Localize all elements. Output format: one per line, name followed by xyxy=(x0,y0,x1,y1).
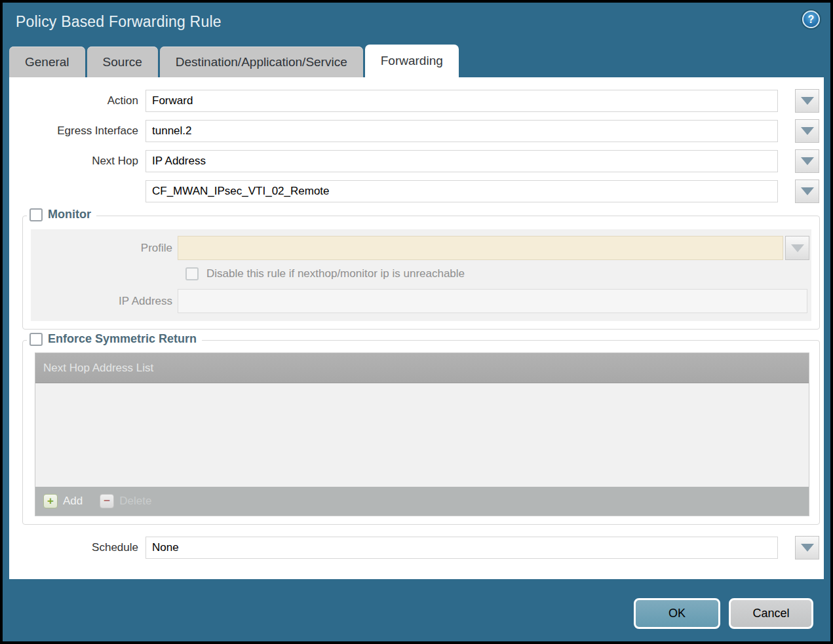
disable-rule-checkbox[interactable] xyxy=(185,267,199,280)
action-dropdown-trigger[interactable] xyxy=(795,89,819,113)
plus-icon: + xyxy=(43,494,58,508)
monitor-fieldset: Monitor Profile Disable this rule if nex… xyxy=(22,216,820,330)
next-hop-address-list-table: Next Hop Address List + Add − Delete xyxy=(35,352,809,516)
disable-rule-row: Disable this rule if nexthop/monitor ip … xyxy=(185,267,809,280)
add-button[interactable]: + Add xyxy=(43,494,83,508)
tab-forwarding[interactable]: Forwarding xyxy=(365,45,459,77)
policy-based-forwarding-dialog: Policy Based Forwarding Rule ? General S… xyxy=(3,3,830,641)
monitor-title: Monitor xyxy=(48,208,91,221)
chevron-down-icon xyxy=(801,127,814,135)
monitor-ip-address-row: IP Address xyxy=(31,289,809,313)
action-row: Action Forward xyxy=(9,90,819,112)
tab-destination-application-service[interactable]: Destination/Application/Service xyxy=(160,47,363,77)
next-hop-address-row: CF_MWAN_IPsec_VTI_02_Remote xyxy=(9,180,819,202)
monitor-ip-address-input[interactable] xyxy=(178,289,807,313)
schedule-dropdown-trigger[interactable] xyxy=(795,536,819,559)
title-bar: Policy Based Forwarding Rule ? xyxy=(3,3,830,45)
dialog-title: Policy Based Forwarding Rule xyxy=(16,13,222,31)
profile-input[interactable] xyxy=(178,236,783,260)
delete-button-label: Delete xyxy=(119,495,151,508)
schedule-input[interactable]: None xyxy=(145,537,778,559)
egress-interface-input[interactable]: tunnel.2 xyxy=(145,120,778,142)
schedule-label: Schedule xyxy=(9,541,145,554)
egress-interface-dropdown-trigger[interactable] xyxy=(795,119,819,143)
action-input[interactable]: Forward xyxy=(145,90,778,112)
chevron-down-icon xyxy=(791,244,804,252)
add-button-label: Add xyxy=(63,495,83,508)
profile-dropdown-trigger[interactable] xyxy=(785,236,809,260)
monitor-checkbox[interactable] xyxy=(29,208,43,221)
tab-bar: General Source Destination/Application/S… xyxy=(3,45,830,77)
chevron-down-icon xyxy=(801,157,814,165)
schedule-row: Schedule None xyxy=(9,537,819,559)
next-hop-address-list-toolbar: + Add − Delete xyxy=(35,487,809,516)
next-hop-address-list-body[interactable] xyxy=(35,383,809,487)
next-hop-type-input[interactable]: IP Address xyxy=(145,150,778,172)
monitor-ip-address-label: IP Address xyxy=(31,295,178,308)
egress-interface-label: Egress Interface xyxy=(9,124,145,138)
symmetric-return-checkbox[interactable] xyxy=(29,333,43,346)
next-hop-address-input[interactable]: CF_MWAN_IPsec_VTI_02_Remote xyxy=(145,180,778,202)
symmetric-return-fieldset: Enforce Symmetric Return Next Hop Addres… xyxy=(22,340,820,525)
next-hop-address-dropdown-trigger[interactable] xyxy=(795,180,819,203)
disable-rule-label: Disable this rule if nexthop/monitor ip … xyxy=(206,267,465,280)
profile-label: Profile xyxy=(31,242,178,255)
cancel-button[interactable]: Cancel xyxy=(729,598,813,629)
symmetric-return-legend: Enforce Symmetric Return xyxy=(27,332,202,346)
profile-row: Profile xyxy=(31,236,809,260)
symmetric-return-title: Enforce Symmetric Return xyxy=(48,332,197,346)
next-hop-address-list-header[interactable]: Next Hop Address List xyxy=(35,353,809,383)
egress-interface-row: Egress Interface tunnel.2 xyxy=(9,120,819,142)
next-hop-dropdown-trigger[interactable] xyxy=(795,149,819,173)
dialog-footer: OK Cancel xyxy=(634,598,813,629)
tab-source[interactable]: Source xyxy=(87,47,158,77)
chevron-down-icon xyxy=(801,544,814,552)
next-hop-row: Next Hop IP Address xyxy=(9,150,819,172)
ok-button[interactable]: OK xyxy=(634,598,720,629)
forwarding-tab-panel: Action Forward Egress Interface tunnel.2… xyxy=(9,77,824,579)
monitor-legend: Monitor xyxy=(27,208,96,221)
next-hop-label: Next Hop xyxy=(9,155,145,168)
delete-button[interactable]: − Delete xyxy=(100,494,151,508)
monitor-panel: Profile Disable this rule if nexthop/mon… xyxy=(31,229,811,321)
chevron-down-icon xyxy=(801,97,814,105)
tab-general[interactable]: General xyxy=(9,47,85,77)
chevron-down-icon xyxy=(801,187,814,195)
action-label: Action xyxy=(9,94,145,107)
help-icon[interactable]: ? xyxy=(802,10,820,28)
minus-icon: − xyxy=(100,494,114,508)
